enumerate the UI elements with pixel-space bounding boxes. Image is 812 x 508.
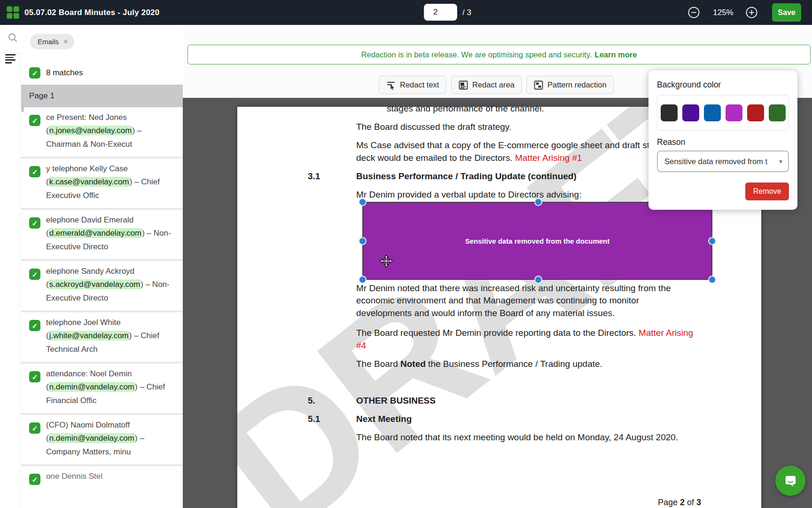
pattern-redaction-icon: [534, 80, 543, 90]
resize-handle-bottom-left[interactable]: [359, 276, 367, 284]
list-item[interactable]: ✓ elephone David Emerald (d.emerald@vand…: [21, 210, 183, 259]
section-number: 5.1: [308, 414, 320, 424]
check-icon: ✓: [32, 70, 38, 77]
doc-line: Mr Denim provided a verbal update to Dir…: [356, 190, 581, 200]
list-item-clipped[interactable]: ✓ one Dennis Stel: [21, 466, 183, 508]
zoom-out-button[interactable]: [687, 6, 700, 19]
item-checkbox[interactable]: ✓: [29, 422, 40, 434]
move-cursor-icon: [380, 254, 393, 268]
redact-text-button[interactable]: Redact text: [379, 76, 446, 94]
list-item[interactable]: ✓ elephone Sandy Ackroyd (s.ackroyd@vand…: [21, 261, 183, 310]
doc-line: Mr Denim noted that there was increased …: [356, 283, 671, 294]
background-color-label: Background color: [657, 80, 721, 90]
app-logo-icon: [6, 6, 20, 19]
page-total-label: / 3: [462, 8, 471, 17]
item-checkbox[interactable]: ✓: [29, 474, 40, 485]
item-checkbox[interactable]: ✓: [29, 115, 40, 126]
section-heading: OTHER BUSINESS: [356, 396, 436, 406]
color-swatch-blue[interactable]: [704, 104, 721, 121]
filter-tag-emails[interactable]: Emails ×: [30, 34, 74, 49]
color-swatch-black[interactable]: [661, 104, 678, 121]
menu-icon[interactable]: [5, 54, 16, 65]
matches-row: ✓ 8 matches: [29, 67, 83, 79]
list-item[interactable]: ✓ ce Present: Ned Jones (n.jones@vandela…: [21, 107, 183, 157]
highlighted-email: n.demin@vandelay.com: [49, 382, 135, 392]
check-icon: ✓: [32, 476, 38, 483]
beta-banner: Redaction is in beta release. We are opt…: [187, 45, 811, 64]
list-item[interactable]: ✓ attendance: Noel Demin (n.demin@vandel…: [21, 364, 183, 413]
reason-value: Sensitive data removed from t: [664, 157, 767, 166]
top-bar: 05.07.02 Board Minutes - July 2020 / 3 1…: [0, 0, 812, 25]
item-checkbox[interactable]: ✓: [29, 269, 40, 280]
reason-dropdown[interactable]: Sensitive data removed from t ▾: [657, 151, 789, 172]
section-number: 5.: [308, 396, 315, 406]
beta-banner-text: Redaction is in beta release. We are opt…: [361, 50, 592, 59]
redact-area-icon: [459, 80, 468, 90]
check-icon: ✓: [32, 168, 38, 175]
sidebar-scrollbar[interactable]: [21, 85, 24, 112]
doc-line: The Board requested Mr Demin provide rep…: [356, 328, 693, 338]
resize-handle-bottom-right[interactable]: [708, 276, 716, 284]
section-number: 3.1: [308, 171, 320, 182]
item-checkbox[interactable]: ✓: [29, 166, 40, 177]
list-item[interactable]: ✓ y telephone Kelly Case (k.case@vandela…: [21, 159, 183, 208]
item-checkbox[interactable]: ✓: [29, 217, 40, 229]
color-swatch-purple[interactable]: [682, 104, 699, 121]
resize-handle-middle-left[interactable]: [359, 237, 367, 245]
doc-line: The Board Noted the Business Performance…: [356, 359, 602, 369]
resize-handle-bottom-middle[interactable]: [534, 276, 542, 284]
remove-filter-icon[interactable]: ×: [63, 38, 68, 46]
sidebar-rail: [0, 53, 21, 508]
highlighted-email: j.white@vandelay.com: [49, 331, 129, 341]
redaction-box[interactable]: Sensitive data removed from the document: [362, 202, 712, 280]
color-swatch-green[interactable]: [769, 104, 786, 121]
doc-line: developments and would inform the Board …: [356, 308, 615, 318]
check-icon: ✓: [32, 117, 38, 124]
chevron-down-icon: ▾: [779, 158, 782, 165]
doc-line: The Board discussed the draft strategy.: [356, 122, 511, 132]
remove-button[interactable]: Remove: [745, 183, 789, 200]
check-icon: ✓: [32, 220, 38, 227]
matches-checkbox[interactable]: ✓: [29, 67, 40, 79]
learn-more-link[interactable]: Learn more: [595, 50, 637, 59]
doc-line: economic environment and that Management…: [356, 295, 639, 306]
color-swatch-red[interactable]: [747, 104, 764, 121]
check-icon: ✓: [32, 425, 38, 432]
list-item[interactable]: ✓ (CFO) Naomi Dolmatoff (n.demin@vandela…: [21, 415, 183, 464]
resize-handle-top-middle[interactable]: [534, 198, 542, 206]
chat-bubble-icon: [782, 473, 798, 489]
matter-arising-ref: #4: [356, 341, 366, 351]
check-icon: ✓: [32, 271, 38, 278]
sidebar: Emails × ✓ 8 matches Page 1 ✓ ce Present…: [0, 25, 183, 508]
list-item[interactable]: ✓ telephone Joel White (j.white@vandelay…: [21, 312, 183, 362]
highlighted-email: d.emerald@vandelay.com: [49, 228, 142, 238]
item-checkbox[interactable]: ✓: [29, 371, 40, 382]
pattern-redaction-button[interactable]: Pattern redaction: [526, 76, 614, 94]
reason-label: Reason: [657, 137, 685, 147]
color-swatch-group: [657, 95, 789, 131]
zoom-in-button[interactable]: [745, 6, 758, 19]
search-icon[interactable]: [8, 32, 18, 43]
highlighted-email: n.demin@vandelay.com: [49, 433, 135, 443]
resize-handle-top-left[interactable]: [359, 198, 367, 206]
save-button[interactable]: Save: [772, 3, 801, 22]
redact-area-button[interactable]: Redact area: [451, 76, 522, 94]
doc-line: The Board noted that its next meeting wo…: [356, 432, 678, 443]
resize-handle-middle-right[interactable]: [708, 237, 716, 245]
redaction-label: Sensitive data removed from the document: [465, 237, 610, 245]
doc-line: stages and performance of the channel.: [387, 107, 544, 114]
chat-widget-button[interactable]: [775, 466, 805, 496]
page-number-input[interactable]: [424, 4, 457, 21]
highlighted-email: n.jones@vandelay.com: [49, 126, 133, 135]
matter-arising-ref: Matter Arising #1: [515, 153, 582, 163]
matter-arising-ref: Matter Arising: [639, 328, 693, 338]
zoom-level: 125%: [711, 8, 735, 17]
color-swatch-magenta[interactable]: [726, 104, 742, 121]
item-checkbox[interactable]: ✓: [29, 320, 40, 331]
matches-list: Page 1 ✓ ce Present: Ned Jones (n.jones@…: [21, 85, 183, 508]
page-section-header: Page 1: [21, 85, 183, 107]
highlighted-email: s.ackroyd@vandelay.com: [49, 279, 141, 289]
highlighted-email: k.case@vandelay.com: [49, 177, 130, 187]
document-title: 05.07.02 Board Minutes - July 2020: [24, 8, 159, 17]
check-icon: ✓: [32, 373, 38, 381]
